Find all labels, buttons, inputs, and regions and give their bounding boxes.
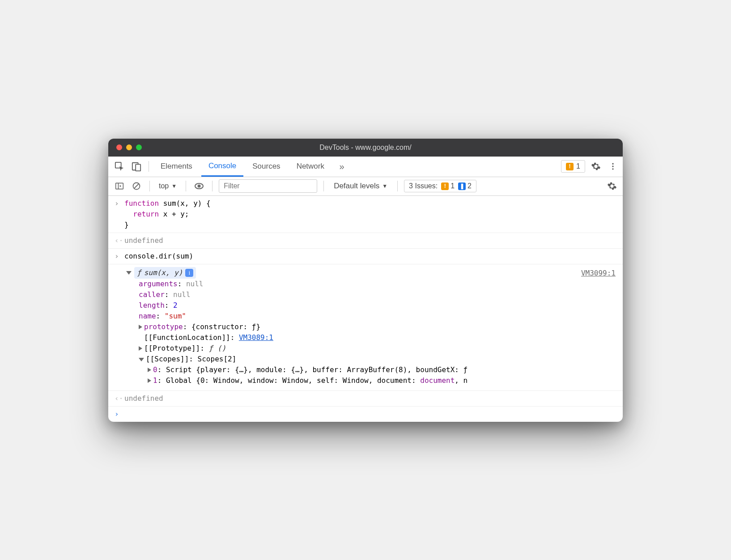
warning-icon: ! [566, 163, 574, 170]
svg-point-5 [612, 168, 613, 170]
console-output-row: ‹· undefined [108, 391, 623, 407]
svg-point-4 [612, 165, 613, 167]
input-chevron-icon: › [115, 251, 124, 262]
window-title: DevTools - www.google.com/ [319, 144, 411, 152]
svg-rect-6 [116, 183, 123, 189]
property-row[interactable]: prototype: {constructor: ƒ} [126, 322, 616, 332]
inspect-element-icon[interactable] [112, 159, 127, 174]
code-input[interactable]: function sum(x, y) { return x + y; } [124, 198, 616, 230]
settings-icon[interactable] [590, 160, 602, 173]
separator [149, 181, 150, 191]
svg-point-3 [612, 163, 613, 165]
svg-line-10 [134, 184, 139, 188]
kebab-menu-icon[interactable] [607, 160, 619, 173]
sidebar-toggle-icon[interactable] [113, 179, 126, 193]
warning-badge[interactable]: ! 1 [561, 160, 585, 173]
warning-icon: ! [441, 182, 449, 190]
property-row[interactable]: [[FunctionLocation]]: VM3089:1 [126, 332, 616, 343]
property-row[interactable]: arguments: null [126, 279, 616, 289]
chevron-down-icon: ▼ [171, 183, 177, 189]
tab-network[interactable]: Network [289, 156, 332, 177]
chevron-down-icon: ▼ [382, 183, 387, 189]
context-selector[interactable]: top ▼ [156, 182, 179, 190]
property-row[interactable]: [[Scopes]]: Scopes[2] [126, 354, 616, 365]
svg-point-12 [198, 185, 201, 188]
collapse-icon[interactable] [139, 358, 144, 361]
more-tabs-icon[interactable]: » [335, 160, 348, 173]
close-icon[interactable] [116, 144, 122, 150]
separator [212, 181, 212, 191]
scope-row[interactable]: 1: Global {0: Window, window: Window, se… [126, 375, 616, 386]
code-input[interactable]: console.dir(sum) [124, 251, 616, 262]
property-row[interactable]: caller: null [126, 289, 616, 300]
console-input-row: › function sum(x, y) { return x + y; } [108, 196, 623, 233]
tab-sources[interactable]: Sources [245, 156, 287, 177]
property-row[interactable]: name: "sum" [126, 311, 616, 322]
console-settings-icon[interactable] [606, 180, 618, 192]
info-icon: ❚ [458, 182, 466, 190]
expand-icon[interactable] [139, 346, 142, 351]
output-value: undefined [124, 235, 616, 246]
info-icon[interactable]: i [185, 269, 193, 277]
issues-warn-count: 1 [450, 182, 455, 190]
filter-input[interactable] [219, 179, 317, 193]
live-expression-icon[interactable] [192, 179, 206, 193]
titlebar: DevTools - www.google.com/ [108, 139, 623, 157]
expand-icon[interactable] [139, 325, 142, 329]
svg-marker-8 [120, 185, 121, 187]
maximize-icon[interactable] [136, 144, 142, 150]
source-link[interactable]: VM3099:1 [581, 268, 616, 279]
source-link[interactable]: VM3089:1 [239, 333, 273, 342]
tab-console[interactable]: Console [201, 156, 243, 177]
object-header[interactable]: ƒ sum(x, y) i [126, 267, 616, 279]
output-chevron-icon: ‹· [115, 393, 124, 404]
tab-elements[interactable]: Elements [153, 156, 200, 177]
input-chevron-icon: › [115, 198, 124, 230]
issues-info-count: 2 [468, 182, 472, 190]
device-toolbar-icon[interactable] [129, 159, 144, 174]
separator [323, 181, 324, 191]
separator [186, 181, 186, 191]
dir-output: VM3099:1 ƒ sum(x, y) i arguments: null c… [108, 264, 623, 391]
svg-rect-2 [136, 164, 140, 171]
main-tabs: Elements Console Sources Network » ! 1 [108, 157, 623, 177]
console-output: › function sum(x, y) { return x + y; } ‹… [108, 196, 623, 422]
expand-icon[interactable] [148, 368, 151, 372]
warning-count: 1 [576, 162, 580, 170]
output-value: undefined [124, 393, 616, 404]
scope-row[interactable]: 0: Script {player: {…}, module: {…}, buf… [126, 365, 616, 375]
devtools-window: DevTools - www.google.com/ Elements Cons… [108, 139, 623, 422]
property-row[interactable]: length: 2 [126, 300, 616, 311]
console-toolbar: top ▼ Default levels ▼ 3 Issues: !1 ❚2 [108, 177, 623, 196]
console-prompt-row[interactable]: › [108, 407, 623, 422]
context-label: top [159, 182, 169, 190]
prompt-chevron-icon: › [115, 409, 124, 420]
console-prompt[interactable] [124, 409, 616, 420]
log-levels-selector[interactable]: Default levels ▼ [330, 182, 391, 191]
issues-button[interactable]: 3 Issues: !1 ❚2 [404, 180, 476, 192]
minimize-icon[interactable] [126, 144, 132, 150]
console-output-row: ‹· undefined [108, 233, 623, 249]
traffic-lights [116, 144, 142, 150]
issues-label: 3 Issues: [409, 182, 438, 190]
separator [397, 181, 398, 191]
separator [149, 161, 149, 172]
expand-icon[interactable] [148, 378, 151, 383]
levels-label: Default levels [334, 182, 379, 191]
console-input-row: › console.dir(sum) [108, 249, 623, 264]
collapse-icon[interactable] [126, 271, 132, 275]
output-chevron-icon: ‹· [115, 235, 124, 246]
clear-console-icon[interactable] [130, 179, 143, 193]
property-row[interactable]: [[Prototype]]: ƒ () [126, 343, 616, 354]
